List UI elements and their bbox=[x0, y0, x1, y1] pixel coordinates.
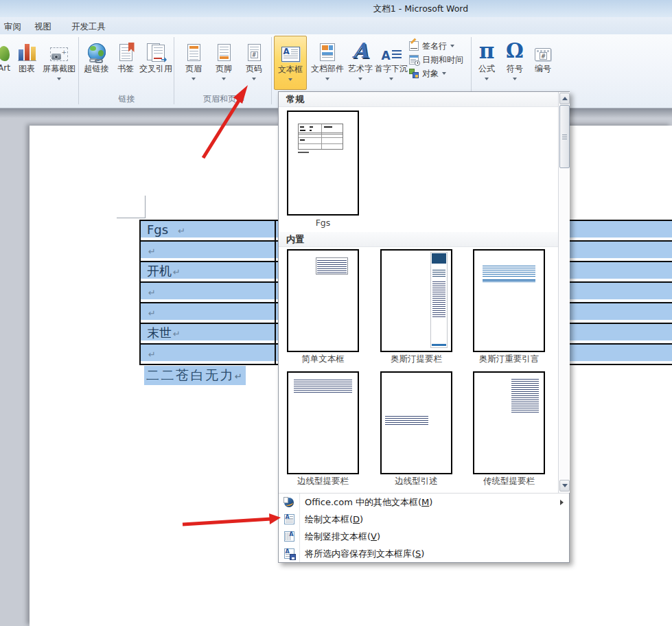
chevron-down-icon bbox=[192, 78, 196, 80]
header-icon bbox=[187, 38, 200, 61]
group-divider bbox=[174, 37, 174, 104]
tab-view[interactable]: 视图 bbox=[30, 20, 56, 34]
chart-icon bbox=[18, 38, 36, 61]
number-button[interactable]: # 编号 bbox=[529, 36, 557, 90]
hyperlink-globe-icon bbox=[88, 38, 106, 61]
equation-pi-icon: π bbox=[479, 38, 495, 61]
group-divider bbox=[271, 37, 272, 104]
menu-item-more-textboxes[interactable]: Office.com 中的其他文本框(M) bbox=[279, 494, 569, 511]
gallery-item-label: 边线型提要栏 bbox=[287, 476, 359, 487]
margin-mark-horizontal bbox=[117, 218, 146, 218]
footer-button[interactable]: 页脚 bbox=[210, 36, 237, 90]
signature-line-icon bbox=[409, 41, 419, 51]
margin-mark-vertical bbox=[145, 196, 146, 218]
gallery-item-label: 传统型提要栏 bbox=[473, 476, 545, 487]
menu-item-draw-textbox[interactable]: A 绘制文本框(D) bbox=[279, 511, 569, 528]
gallery-scrollbar[interactable] bbox=[558, 92, 570, 493]
section-header-general: 常规 bbox=[279, 92, 558, 107]
bookmark-button[interactable]: 书签 bbox=[113, 36, 138, 90]
wordart-icon: A bbox=[352, 38, 368, 61]
object-button[interactable]: 对象 bbox=[409, 67, 446, 80]
textbox-gallery-panel: 常规 Fgs 内置 bbox=[278, 91, 570, 563]
symbol-omega-icon: Ω bbox=[506, 38, 524, 61]
screenshot-icon: + bbox=[50, 38, 68, 61]
gallery-item-label: 简单文本框 bbox=[287, 353, 359, 365]
scroll-up-button[interactable] bbox=[559, 93, 570, 104]
signature-line-button[interactable]: 签名行 bbox=[409, 39, 454, 53]
gallery-item-borders-quote[interactable] bbox=[380, 371, 452, 474]
paragraph-mark: ↵ bbox=[178, 226, 185, 236]
equation-button[interactable]: π 公式 bbox=[474, 36, 500, 90]
cross-reference-icon bbox=[147, 38, 165, 61]
selected-paragraph[interactable]: 二二苍白无力↵ bbox=[144, 367, 246, 384]
drop-cap-button[interactable]: A 首字下沉 bbox=[375, 36, 408, 90]
chevron-down-icon bbox=[358, 78, 362, 80]
paragraph-mark: ↵ bbox=[173, 329, 181, 339]
gallery-item-label: Fgs bbox=[287, 218, 359, 228]
date-time-button[interactable]: 日期和时间 bbox=[409, 53, 463, 67]
tab-review[interactable]: 审阅 bbox=[0, 20, 25, 34]
title-bar: 文档1 - Microsoft Word bbox=[0, 0, 672, 17]
paragraph-mark: ↵ bbox=[148, 246, 156, 257]
textbox-button[interactable]: A 文本框 bbox=[274, 36, 307, 90]
chevron-down-icon bbox=[57, 78, 61, 80]
date-time-icon bbox=[409, 55, 419, 65]
chevron-down-icon bbox=[222, 78, 226, 80]
footer-icon bbox=[218, 38, 231, 61]
gallery-item-borders-sidebar[interactable] bbox=[287, 371, 359, 474]
chevron-down-icon bbox=[389, 78, 393, 80]
chevron-down-icon bbox=[513, 78, 517, 80]
header-button[interactable]: 页眉 bbox=[180, 36, 207, 90]
chevron-down-icon bbox=[450, 45, 454, 47]
draw-vertical-textbox-icon: A bbox=[279, 531, 299, 542]
tab-developer[interactable]: 开发工具 bbox=[67, 20, 110, 34]
fgs-thumbnail-table bbox=[298, 124, 343, 150]
gallery-item-austin-quote[interactable] bbox=[473, 249, 545, 352]
gallery-item-label: 边线型引述 bbox=[380, 476, 452, 487]
object-icon bbox=[409, 69, 419, 78]
gallery-item-label: 奥斯汀提要栏 bbox=[380, 353, 452, 365]
symbol-button[interactable]: Ω 符号 bbox=[502, 36, 528, 90]
gallery-item-austin-sidebar[interactable] bbox=[380, 249, 452, 352]
cross-reference-button[interactable]: 交叉引用 bbox=[139, 36, 172, 90]
clipart-icon bbox=[0, 38, 10, 61]
menu-item-draw-vertical-textbox[interactable]: A 绘制竖排文本框(V) bbox=[279, 528, 569, 545]
gallery-item-simple-textbox[interactable] bbox=[287, 249, 359, 352]
chevron-down-icon bbox=[252, 78, 256, 80]
screenshot-button[interactable]: + 屏幕截图 bbox=[41, 36, 77, 90]
hyperlink-button[interactable]: 超链接 bbox=[81, 36, 112, 90]
paragraph-mark: ↵ bbox=[235, 371, 242, 382]
paragraph-mark: ↵ bbox=[148, 308, 156, 318]
submenu-arrow-icon bbox=[560, 500, 564, 505]
scrollbar-grip-icon bbox=[562, 135, 567, 139]
drop-cap-icon: A bbox=[381, 38, 401, 61]
draw-textbox-icon: A bbox=[279, 514, 299, 524]
paragraph-mark: ↵ bbox=[148, 288, 156, 298]
scrollbar-thumb[interactable] bbox=[559, 105, 570, 168]
group-divider bbox=[78, 37, 79, 104]
page-number-button[interactable]: # 页码 bbox=[240, 36, 268, 90]
gallery-item-fgs[interactable] bbox=[287, 111, 359, 216]
scroll-up-icon bbox=[562, 97, 568, 100]
table-column-border bbox=[275, 220, 276, 364]
chart-button[interactable]: 图表 bbox=[14, 36, 40, 90]
quick-parts-button[interactable]: 文档部件 bbox=[309, 36, 346, 90]
chevron-down-icon bbox=[485, 78, 489, 80]
textbox-icon: A bbox=[281, 38, 300, 62]
scroll-down-button[interactable] bbox=[559, 480, 570, 491]
clipart-button[interactable]: Art bbox=[0, 36, 15, 90]
bookmark-icon bbox=[119, 38, 132, 61]
page-number-icon: # bbox=[248, 38, 261, 61]
scroll-down-icon bbox=[562, 484, 568, 487]
chevron-down-icon bbox=[325, 78, 329, 80]
gallery-item-traditional-sidebar[interactable] bbox=[473, 371, 545, 474]
quick-parts-icon bbox=[320, 38, 335, 61]
section-header-builtin: 内置 bbox=[279, 232, 558, 247]
links-group-label: 链接 bbox=[81, 93, 172, 105]
window-title: 文档1 - Microsoft Word bbox=[373, 3, 468, 15]
chevron-down-icon bbox=[288, 78, 292, 81]
save-selection-icon: A bbox=[279, 548, 299, 559]
wordart-button[interactable]: A 艺术字 bbox=[347, 36, 373, 90]
number-icon: # bbox=[535, 38, 551, 61]
menu-item-save-to-gallery[interactable]: A 将所选内容保存到文本框库(S) bbox=[279, 545, 569, 562]
